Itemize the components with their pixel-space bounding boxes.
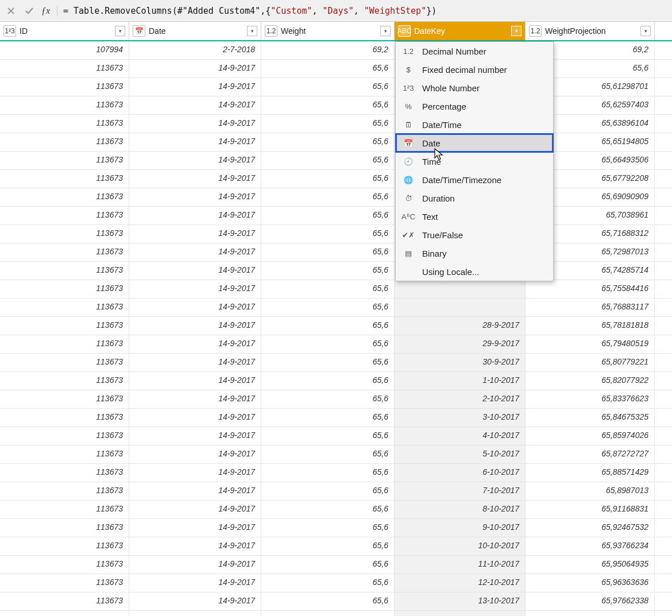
cell-date[interactable]: 14-9-2017 [129,501,261,518]
cell-date[interactable]: 14-9-2017 [129,556,261,574]
table-row[interactable]: 11367314-9-201765,665,61298701 [0,78,672,96]
cell-date[interactable]: 14-9-2017 [129,60,261,78]
cell-dk[interactable]: 12-10-2017 [395,574,526,592]
column-header-weight[interactable]: 1.2 Weight ▾ [261,22,395,40]
cell-date[interactable]: 14-9-2017 [129,317,261,335]
fx-icon[interactable]: ƒx [41,6,57,16]
cell-dk[interactable]: 2-10-2017 [395,390,526,408]
cell-dk[interactable]: 6-10-2017 [395,464,526,482]
cell-id[interactable]: 113673 [0,207,129,224]
cell-wp[interactable]: 65,82077922 [526,372,655,390]
cell-wp[interactable]: 65,91168831 [526,501,655,518]
table-row[interactable]: 11367314-9-201765,67-10-201765,8987013 [0,482,672,501]
cell-dk[interactable]: 5-10-2017 [395,445,526,463]
filter-dropdown-icon[interactable]: ▾ [115,26,125,36]
cell-dk[interactable]: 14-10-2017 [395,611,526,616]
cell-id[interactable]: 113673 [0,225,129,243]
type-menu-item-date-time-timezone[interactable]: 🌐Date/Time/Timezone [396,171,553,189]
cell-id[interactable]: 113673 [0,464,129,482]
cell-dk[interactable]: 3-10-2017 [395,409,526,427]
cell-id[interactable]: 113673 [0,556,129,574]
cell-wp[interactable]: 65,95064935 [526,556,655,574]
table-row[interactable]: 11367314-9-201765,64-10-201765,85974026 [0,427,672,445]
table-row[interactable]: 11367314-9-201765,665,6 [0,60,672,78]
table-row[interactable]: 11367314-9-201765,614-10-201765,98961039 [0,611,672,616]
cell-date[interactable]: 14-9-2017 [129,225,261,243]
cell-w[interactable]: 65,6 [261,225,395,243]
filter-dropdown-icon[interactable]: ▾ [247,26,257,36]
cell-id[interactable]: 113673 [0,372,129,390]
cell-date[interactable]: 14-9-2017 [129,592,261,610]
cell-id[interactable]: 113673 [0,519,129,537]
filter-dropdown-icon[interactable]: ▾ [511,26,522,36]
cell-wp[interactable]: 65,98961039 [526,611,655,616]
cell-id[interactable]: 113673 [0,133,129,151]
cell-id[interactable]: 113673 [0,115,129,133]
cell-id[interactable]: 113673 [0,280,129,298]
cell-date[interactable]: 14-9-2017 [129,372,261,390]
table-row[interactable]: 11367314-9-201765,665,76883117 [0,299,672,317]
cell-dk[interactable]: 9-10-2017 [395,519,526,537]
type-menu-item-date[interactable]: 📅Date [396,134,553,152]
type-icon-any[interactable]: ABC [398,25,411,37]
cell-w[interactable]: 65,6 [261,188,395,206]
cell-w[interactable]: 65,6 [261,60,395,78]
cell-id[interactable]: 113673 [0,409,129,427]
formula-confirm-button[interactable] [23,5,36,17]
cell-date[interactable]: 14-9-2017 [129,170,261,188]
cell-dk[interactable]: 1-10-2017 [395,372,526,390]
table-row[interactable]: 11367314-9-201765,63-10-201765,84675325 [0,409,672,427]
filter-dropdown-icon[interactable]: ▾ [380,26,391,36]
table-row[interactable]: 11367314-9-201765,665,65194805 [0,133,672,152]
cell-id[interactable]: 113673 [0,152,129,169]
formula-cancel-button[interactable] [5,5,17,17]
cell-id[interactable]: 113673 [0,170,129,188]
cell-w[interactable]: 65,6 [261,280,395,298]
cell-wp[interactable]: 65,79480519 [526,335,655,353]
table-row[interactable]: 11367314-9-201765,61-10-201765,82077922 [0,372,672,390]
cell-wp[interactable]: 65,88571429 [526,464,655,482]
cell-dk[interactable]: 29-9-2017 [395,335,526,353]
cell-date[interactable]: 14-9-2017 [129,519,261,537]
cell-wp[interactable]: 65,93766234 [526,537,655,555]
cell-id[interactable]: 113673 [0,574,129,592]
table-row[interactable]: 11367314-9-201765,610-10-201765,93766234 [0,537,672,556]
cell-dk[interactable]: 8-10-2017 [395,501,526,518]
cell-w[interactable]: 65,6 [261,482,395,500]
table-row[interactable]: 11367314-9-201765,68-10-201765,91168831 [0,501,672,519]
cell-date[interactable]: 14-9-2017 [129,335,261,353]
cell-w[interactable]: 65,6 [261,390,395,408]
cell-w[interactable]: 65,6 [261,611,395,616]
cell-id[interactable]: 113673 [0,537,129,555]
cell-wp[interactable]: 65,75584416 [526,280,655,298]
type-icon-whole-number[interactable]: 1²3 [3,25,16,37]
type-menu-item-fixed-decimal-number[interactable]: $Fixed decimal number [396,60,553,79]
type-icon-date[interactable]: 📅 [133,25,145,37]
cell-w[interactable]: 65,6 [261,133,395,151]
cell-date[interactable]: 14-9-2017 [129,152,261,169]
cell-w[interactable]: 65,6 [261,409,395,427]
cell-w[interactable]: 65,6 [261,354,395,371]
cell-w[interactable]: 65,6 [261,78,395,96]
cell-date[interactable]: 14-9-2017 [129,482,261,500]
cell-id[interactable]: 107994 [0,41,129,59]
column-header-datekey[interactable]: ABC DateKey ▾ [395,22,526,40]
cell-w[interactable]: 65,6 [261,152,395,169]
table-row[interactable]: 11367314-9-201765,665,72987013 [0,243,672,262]
table-row[interactable]: 11367314-9-201765,613-10-201765,97662338 [0,592,672,611]
cell-w[interactable]: 65,6 [261,170,395,188]
table-row[interactable]: 11367314-9-201765,611-10-201765,95064935 [0,556,672,574]
cell-wp[interactable]: 65,76883117 [526,299,655,316]
cell-w[interactable]: 65,6 [261,537,395,555]
cell-date[interactable]: 14-9-2017 [129,574,261,592]
type-menu-item-date-time[interactable]: 🗓Date/Time [396,115,553,134]
cell-id[interactable]: 113673 [0,262,129,280]
cell-wp[interactable]: 65,96363636 [526,574,655,592]
formula-input[interactable]: = Table.RemoveColumns(#"Added Custom4",{… [63,6,667,16]
cell-w[interactable]: 65,6 [261,501,395,518]
cell-wp[interactable]: 65,84675325 [526,409,655,427]
cell-date[interactable]: 14-9-2017 [129,427,261,445]
type-menu-item-binary[interactable]: ▤Binary [396,244,553,262]
cell-date[interactable]: 14-9-2017 [129,188,261,206]
table-row[interactable]: 11367314-9-201765,630-9-201765,80779221 [0,354,672,372]
